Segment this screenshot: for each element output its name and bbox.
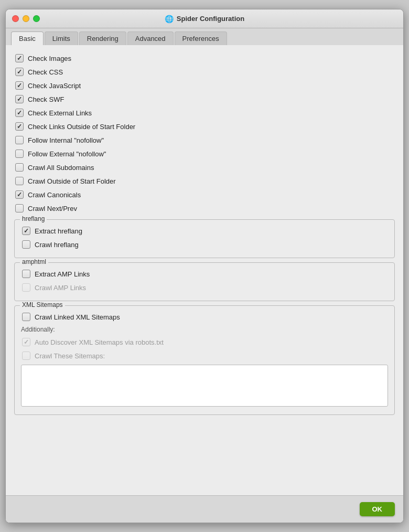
cb-check-links-outside[interactable]: [15, 122, 24, 131]
row-crawl-these-sitemaps: Crawl These Sitemaps:: [21, 349, 388, 363]
row-check-swf: Check SWF: [14, 92, 395, 106]
row-crawl-linked-xml: Crawl Linked XML Sitemaps: [21, 310, 388, 324]
ok-button[interactable]: OK: [360, 502, 395, 516]
label-check-css: Check CSS: [28, 68, 63, 76]
row-extract-amp-links: Extract AMP Links: [21, 267, 388, 281]
maximize-button[interactable]: [33, 15, 40, 22]
tab-preferences[interactable]: Preferences: [175, 31, 227, 45]
row-follow-external-nofollow: Follow External "nofollow": [14, 147, 395, 161]
row-crawl-amp-links: Crawl AMP Links: [21, 281, 388, 294]
minimize-button[interactable]: [23, 15, 29, 22]
row-crawl-all-subdomains: Crawl All Subdomains: [14, 161, 395, 174]
group-amphtml-label: amphtml: [20, 258, 48, 265]
cb-extract-amp-links[interactable]: [22, 270, 30, 278]
row-follow-internal-nofollow: Follow Internal "nofollow": [14, 133, 395, 147]
group-xml-sitemaps-label: XML Sitemaps: [20, 301, 65, 308]
tab-limits[interactable]: Limits: [45, 31, 78, 45]
label-crawl-these-sitemaps: Crawl These Sitemaps:: [35, 352, 105, 360]
group-hreflang: hreflang Extract hreflang Crawl hreflang: [14, 219, 395, 258]
group-amphtml: amphtml Extract AMP Links Crawl AMP Link…: [14, 262, 395, 301]
tab-bar: Basic Limits Rendering Advanced Preferen…: [6, 28, 403, 45]
cb-crawl-these-sitemaps[interactable]: [22, 352, 30, 360]
title-text: Spider Configuration: [177, 15, 244, 23]
cb-crawl-next-prev[interactable]: [15, 204, 24, 212]
titlebar: 🌐 Spider Configuration: [6, 9, 403, 28]
label-crawl-hreflang: Crawl hreflang: [35, 241, 79, 249]
label-extract-hreflang: Extract hreflang: [35, 227, 82, 235]
cb-crawl-amp-links[interactable]: [22, 283, 30, 292]
tab-advanced[interactable]: Advanced: [127, 31, 174, 45]
cb-crawl-all-subdomains[interactable]: [15, 163, 24, 172]
cb-crawl-linked-xml[interactable]: [22, 313, 30, 321]
label-crawl-outside-start: Crawl Outside of Start Folder: [28, 177, 116, 185]
row-crawl-next-prev: Crawl Next/Prev: [14, 201, 395, 215]
label-crawl-linked-xml: Crawl Linked XML Sitemaps: [35, 313, 120, 321]
cb-crawl-canonicals[interactable]: [15, 190, 24, 199]
cb-check-css[interactable]: [15, 68, 24, 76]
label-crawl-all-subdomains: Crawl All Subdomains: [28, 164, 94, 172]
main-window: 🌐 Spider Configuration Basic Limits Rend…: [5, 9, 404, 523]
row-check-images: Check Images: [14, 51, 395, 65]
label-check-images: Check Images: [28, 55, 71, 62]
main-content: Check Images Check CSS Check JavaScript …: [6, 45, 403, 495]
cb-crawl-hreflang[interactable]: [22, 240, 30, 249]
label-check-links-outside: Check Links Outside of Start Folder: [28, 123, 135, 131]
row-auto-discover-xml: Auto Discover XML Sitemaps via robots.tx…: [21, 335, 388, 349]
cb-check-swf[interactable]: [15, 95, 24, 103]
row-extract-hreflang: Extract hreflang: [21, 224, 388, 238]
cb-check-images[interactable]: [15, 54, 24, 62]
cb-extract-hreflang[interactable]: [22, 227, 30, 235]
row-check-external-links: Check External Links: [14, 106, 395, 120]
cb-crawl-outside-start[interactable]: [15, 177, 24, 185]
label-check-swf: Check SWF: [28, 95, 64, 103]
label-auto-discover-xml: Auto Discover XML Sitemaps via robots.tx…: [35, 338, 164, 346]
row-crawl-hreflang: Crawl hreflang: [21, 238, 388, 251]
label-check-js: Check JavaScript: [28, 82, 81, 90]
cb-check-js[interactable]: [15, 81, 24, 90]
label-crawl-next-prev: Crawl Next/Prev: [28, 205, 77, 212]
row-crawl-outside-start: Crawl Outside of Start Folder: [14, 174, 395, 188]
row-check-js: Check JavaScript: [14, 79, 395, 92]
label-crawl-amp-links: Crawl AMP Links: [35, 284, 86, 292]
cb-follow-external-nofollow[interactable]: [15, 150, 24, 158]
row-check-css: Check CSS: [14, 65, 395, 79]
cb-auto-discover-xml[interactable]: [22, 338, 30, 346]
content-area: Check Images Check CSS Check JavaScript …: [6, 45, 403, 495]
label-follow-external-nofollow: Follow External "nofollow": [28, 150, 106, 158]
group-hreflang-label: hreflang: [20, 215, 47, 222]
bottom-bar: OK: [6, 495, 403, 523]
tab-rendering[interactable]: Rendering: [79, 31, 126, 45]
cb-follow-internal-nofollow[interactable]: [15, 136, 24, 144]
title-icon: 🌐: [165, 15, 174, 23]
tab-basic[interactable]: Basic: [11, 31, 44, 45]
group-xml-sitemaps: XML Sitemaps Crawl Linked XML Sitemaps A…: [14, 305, 395, 415]
window-title: 🌐 Spider Configuration: [165, 15, 244, 23]
additionally-text: Additionally:: [21, 324, 388, 335]
close-button[interactable]: [12, 15, 19, 22]
row-crawl-canonicals: Crawl Canonicals: [14, 188, 395, 201]
cb-check-external-links[interactable]: [15, 109, 24, 117]
label-extract-amp-links: Extract AMP Links: [35, 270, 90, 278]
traffic-lights: [12, 15, 40, 22]
row-check-links-outside: Check Links Outside of Start Folder: [14, 120, 395, 133]
label-check-external-links: Check External Links: [28, 109, 92, 117]
label-follow-internal-nofollow: Follow Internal "nofollow": [28, 136, 104, 144]
label-crawl-canonicals: Crawl Canonicals: [28, 191, 81, 199]
sitemaps-textarea[interactable]: [21, 365, 388, 407]
